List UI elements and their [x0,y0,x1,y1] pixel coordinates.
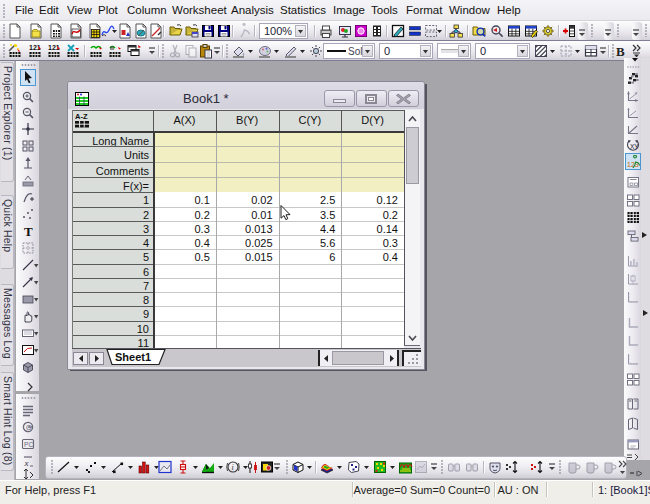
svg-text:A-Z: A-Z [75,112,88,121]
svg-text:x: x [24,458,29,468]
svg-text:i: i [232,463,234,472]
svg-text:T: T [24,224,33,238]
svg-text:XY: XY [630,143,639,150]
svg-text:PC: PC [24,441,33,448]
svg-text:G: G [26,424,31,431]
